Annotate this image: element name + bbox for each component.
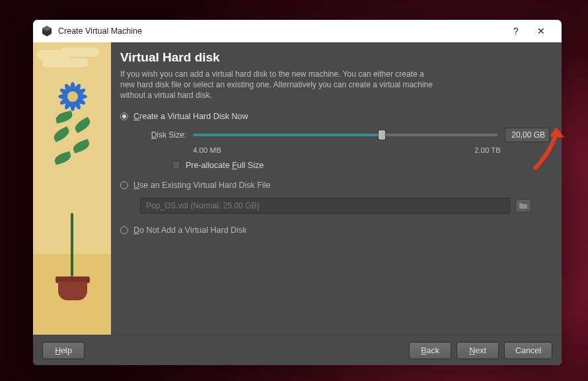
disk-size-min: 4.00 MB — [193, 146, 221, 154]
dialog-footer: Help Back Next Cancel — [33, 335, 562, 365]
close-icon: ✕ — [537, 26, 545, 36]
clouds-decor — [36, 46, 108, 73]
content-split: Virtual Hard disk If you wish you can ad… — [33, 42, 562, 335]
radio-dont-add-label: Do Not Add a Virtual Hard Disk — [133, 226, 246, 235]
existing-file-row: Pop_OS.vdi (Normal, 25.00 GB) — [140, 198, 550, 214]
create-now-options: Disk Size: 20,00 GB 4.00 MB 2.00 TB — [120, 128, 550, 170]
next-button[interactable]: Next — [457, 342, 499, 359]
disk-size-slider[interactable] — [193, 130, 498, 140]
flower-decor — [59, 83, 86, 110]
dialog-window: Create Virtual Machine ? ✕ — [33, 20, 562, 365]
radio-existing-label: Use an Existing Virtual Hard Disk File — [133, 181, 271, 190]
back-button[interactable]: Back — [409, 342, 451, 359]
help-button-footer[interactable]: Help — [42, 342, 85, 359]
disk-size-label: Disk Size: — [140, 130, 186, 140]
disk-size-input[interactable]: 20,00 GB — [505, 128, 550, 142]
browse-file-button — [515, 199, 531, 212]
disk-size-range: 4.00 MB 2.00 TB — [193, 146, 550, 154]
preallocate-label: Pre-allocate Full Size — [186, 161, 264, 170]
radio-do-not-add[interactable]: Do Not Add a Virtual Hard Disk — [120, 223, 550, 237]
existing-file-combo: Pop_OS.vdi (Normal, 25.00 GB) — [140, 198, 510, 214]
disk-size-max: 2.00 TB — [474, 146, 501, 154]
radio-create-label: Create a Virtual Hard Disk Now — [133, 112, 248, 121]
titlebar: Create Virtual Machine ? ✕ — [33, 20, 562, 42]
checkbox-icon — [172, 161, 180, 169]
page-intro: If you wish you can add a virtual hard d… — [120, 69, 437, 101]
main-panel: Virtual Hard disk If you wish you can ad… — [111, 42, 562, 335]
radio-icon — [120, 181, 128, 189]
radio-icon — [120, 112, 128, 120]
disk-size-row: Disk Size: 20,00 GB — [140, 128, 550, 142]
help-icon: ? — [513, 26, 519, 36]
radio-create-now[interactable]: Create a Virtual Hard Disk Now — [120, 109, 550, 124]
desktop-background: Create Virtual Machine ? ✕ — [0, 0, 588, 381]
folder-icon — [519, 202, 528, 210]
preallocate-row[interactable]: Pre-allocate Full Size — [172, 161, 550, 170]
window-title: Create Virtual Machine — [58, 26, 503, 36]
radio-icon — [120, 226, 128, 234]
radio-use-existing[interactable]: Use an Existing Virtual Hard Disk File — [120, 178, 550, 192]
page-heading: Virtual Hard disk — [120, 50, 550, 65]
close-button[interactable]: ✕ — [529, 20, 554, 42]
slider-thumb[interactable] — [379, 130, 385, 140]
content-area: Virtual Hard disk If you wish you can ad… — [33, 42, 562, 365]
help-button[interactable]: ? — [503, 20, 529, 42]
sidebar-illustration — [33, 42, 111, 335]
cancel-button[interactable]: Cancel — [504, 342, 552, 359]
app-icon — [41, 25, 53, 37]
